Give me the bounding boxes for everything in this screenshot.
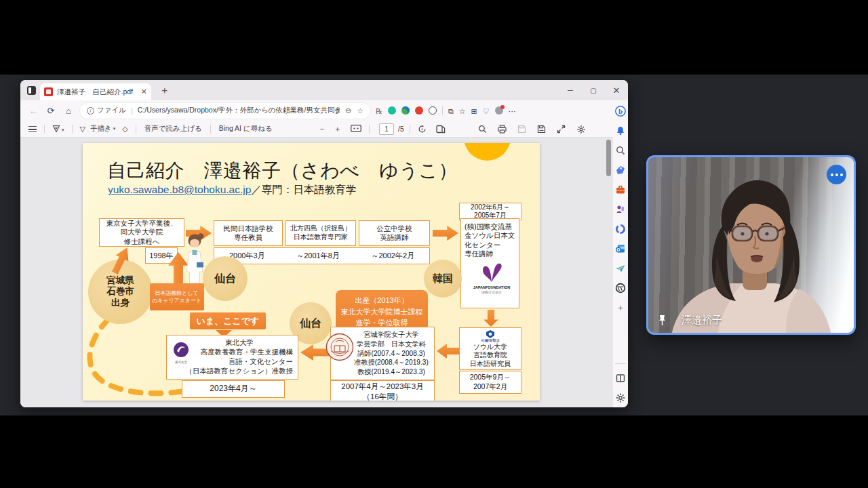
settings-more-icon[interactable]: ⋯ <box>509 106 516 115</box>
sidebar-add-icon[interactable]: ＋ <box>615 302 626 313</box>
box-career-start: 日本語教師としてのキャリアスタート <box>150 283 204 310</box>
maximize-button[interactable]: ▢ <box>582 87 605 94</box>
fit-page-icon[interactable] <box>351 125 361 133</box>
expand-icon[interactable] <box>557 125 566 134</box>
video-tile[interactable]: 澤邉裕子 <box>646 155 856 335</box>
address-divider: | <box>131 106 133 115</box>
save-icon[interactable] <box>517 125 526 134</box>
browser-essentials-icon[interactable]: ♡ <box>483 106 490 115</box>
toolbar-divider <box>44 125 45 134</box>
tools-briefcase-icon[interactable] <box>615 184 626 195</box>
participant-name-row: 澤邉裕子 <box>657 314 722 327</box>
zoom-out-button[interactable]: − <box>320 125 324 133</box>
profile-avatar[interactable] <box>495 106 503 115</box>
pdf-viewport: 自己紹介 澤邉裕子（さわべ ゆうこ） yuko.sawabe.b8@tohoku… <box>20 138 613 407</box>
readaloud-ext-icon[interactable]: ℞ <box>376 106 382 115</box>
close-button[interactable]: ✕ <box>605 85 628 96</box>
window-controls: ─ ▢ ✕ <box>559 80 628 100</box>
pen-tool-icon[interactable]: ▾ <box>52 125 64 133</box>
draw-tool-icon[interactable]: ▽ <box>80 125 85 134</box>
slide-deco-circle <box>464 143 511 161</box>
sidebar-settings-gear-icon[interactable] <box>615 392 626 403</box>
arrow-4-icon <box>437 344 460 359</box>
box-ima: いま、ここです <box>190 312 266 329</box>
red-ext-icon[interactable] <box>415 106 423 115</box>
address-bar-row: ← ⟳ ⌂ iファイル | C:/Users/ysawa/Dropbox/学外：… <box>20 100 628 121</box>
new-tab-button[interactable]: ＋ <box>159 84 170 97</box>
arrow-2-icon <box>433 226 458 241</box>
minimize-button[interactable]: ─ <box>559 86 582 94</box>
address-path: C:/Users/ysawa/Dropbox/学外：外部からの依頼業務/男女共同… <box>138 106 340 115</box>
print-icon[interactable] <box>498 125 507 134</box>
video-more-button[interactable] <box>827 165 846 184</box>
eraser-icon[interactable]: ◇ <box>122 125 127 134</box>
box-seoul-date: 2005年9月～2007年2月 <box>459 371 521 394</box>
shopping-tag-icon[interactable] <box>615 165 626 176</box>
japan-foundation-logo: JAPANFOUNDATION 国際交流基金 <box>465 261 519 294</box>
toc-icon[interactable] <box>28 125 37 133</box>
rotate-icon[interactable] <box>418 125 427 134</box>
favorite-star-icon[interactable]: ☆ <box>357 106 363 115</box>
tab-close-icon[interactable]: ✕ <box>141 87 147 96</box>
box-dates-row1: 2000年3月～2001年8月～2002年2月 <box>214 247 430 264</box>
browser-window: 澤邉裕子 自己紹介.pdf ✕ ＋ ─ ▢ ✕ ← ⟳ ⌂ iファイル | C:… <box>20 80 628 407</box>
bing-chat-icon[interactable]: b <box>615 106 626 117</box>
participant-name: 澤邉裕子 <box>682 314 722 327</box>
workspaces-icon[interactable] <box>27 86 36 95</box>
address-bar[interactable]: iファイル | C:/Users/ysawa/Dropbox/学外：外部からの依… <box>80 103 370 119</box>
sidebar-panel-icon[interactable] <box>615 373 626 384</box>
pdf-scrollbar-thumb[interactable] <box>606 140 611 176</box>
box-japan-foundation: (独)国際交流基金ソウル日本文化センター専任講師 JAPANFOUNDATION… <box>460 218 519 308</box>
outlook-icon[interactable] <box>615 243 626 254</box>
pdf-settings-gear-icon[interactable] <box>576 125 586 134</box>
read-aloud-button[interactable]: 音声で読み上げる <box>144 124 202 134</box>
box-tohoku-date: 2023年4月～ <box>182 380 285 398</box>
toolbar-divider <box>136 125 136 134</box>
notifications-bell-icon[interactable] <box>615 125 626 136</box>
designer-icon[interactable] <box>615 263 626 274</box>
back-icon[interactable]: ← <box>24 106 42 116</box>
evernote-icon[interactable] <box>401 106 410 115</box>
zoom-in-button[interactable]: ＋ <box>334 124 341 134</box>
tohoku-univ-logo: 東北大学 <box>171 342 191 364</box>
split-screen-icon[interactable]: ⧉ <box>448 106 454 115</box>
edge-sidebar: b ＋ <box>613 100 628 407</box>
page-number-input[interactable]: 1 <box>379 123 394 135</box>
svg-text:b: b <box>618 107 623 115</box>
slide-subtitle: yuko.sawabe.b8@tohoku.ac.jp／専門：日本語教育学 <box>108 183 356 197</box>
tab-title: 澤邉裕子 自己紹介.pdf <box>57 87 138 97</box>
page-total: /5 <box>398 125 404 133</box>
snu-crest-icon <box>486 330 495 338</box>
extensions-divider <box>442 106 443 115</box>
extensions-row: ℞ ⧉ ☆ ⊞ ♡ ⋯ <box>376 106 516 115</box>
games-icon[interactable] <box>615 204 626 215</box>
refresh-icon[interactable]: ⟳ <box>42 106 60 116</box>
zoom-out-icon[interactable]: ⊖ <box>345 106 351 115</box>
bing-ai-button[interactable]: Bing AI に尋ねる <box>219 124 273 134</box>
grammarly-icon[interactable] <box>388 106 396 115</box>
home-icon[interactable]: ⌂ <box>60 106 77 116</box>
draw-tool-label[interactable]: 手描き <box>90 124 112 134</box>
page-view-icon[interactable] <box>436 125 446 134</box>
wordpress-icon[interactable] <box>615 283 626 293</box>
browser-tab[interactable]: 澤邉裕子 自己紹介.pdf ✕ <box>40 83 151 100</box>
menu-lines-icon <box>28 126 37 132</box>
file-scheme-label: iファイル <box>87 106 126 115</box>
search-doc-icon[interactable] <box>478 125 487 134</box>
sidebar-search-icon[interactable] <box>615 145 626 156</box>
pdf-toolbar: ▾ ▽ 手描き ▾ ◇ 音声で読み上げる Bing AI に尋ねる − ＋ 1 … <box>20 121 613 138</box>
collections-icon[interactable]: ⊞ <box>471 106 477 115</box>
chevron-down-icon: ▾ <box>62 127 64 132</box>
email-link[interactable]: yuko.sawabe.b8@tohoku.ac.jp <box>108 184 251 195</box>
m365-icon[interactable] <box>615 224 626 235</box>
favorites-list-icon[interactable]: ☆ <box>459 106 466 115</box>
circle-sendai-1: 仙台 <box>203 256 248 301</box>
info-icon: i <box>87 107 94 115</box>
chevron-down-icon: ▾ <box>113 126 116 131</box>
jf-butterfly-icon <box>478 261 505 285</box>
cookie-ext-icon[interactable] <box>429 106 437 115</box>
save-as-icon[interactable] <box>537 125 546 134</box>
box-kouritsu: 公立中学校英語講師 <box>359 220 430 246</box>
sidebar-divider <box>615 363 626 364</box>
tab-strip: 澤邉裕子 自己紹介.pdf ✕ ＋ ─ ▢ ✕ <box>20 80 628 100</box>
